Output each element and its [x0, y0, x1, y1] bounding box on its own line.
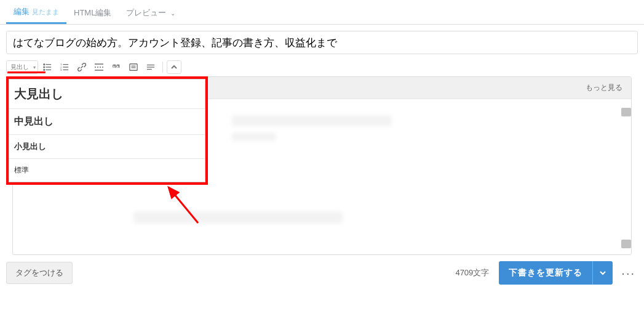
quote-icon[interactable]: [108, 60, 124, 74]
svg-text:3: 3: [60, 68, 62, 71]
save-more-button[interactable]: [592, 261, 613, 285]
svg-point-3: [44, 64, 45, 65]
svg-point-5: [44, 70, 45, 71]
hr-icon[interactable]: [143, 60, 159, 74]
tab-edit-sub: 見たまま: [32, 7, 59, 17]
blurred-text: [232, 132, 276, 141]
post-title-input[interactable]: [6, 31, 638, 54]
blurred-text: [232, 115, 392, 126]
link-icon[interactable]: [74, 60, 90, 74]
tab-preview[interactable]: プレビュー ⌄: [119, 1, 183, 23]
save-draft-button[interactable]: 下書きを更新する: [499, 261, 592, 285]
svg-line-21: [169, 187, 198, 223]
heading-select-label: 見出し: [10, 63, 29, 71]
char-count: 4709文字: [455, 267, 489, 278]
annotation-underline: [7, 71, 46, 73]
heading-option-h1[interactable]: 大見出し: [9, 79, 205, 109]
toolbar-separator: [162, 62, 163, 73]
tab-preview-label: プレビュー: [126, 7, 166, 18]
svg-point-4: [44, 67, 45, 68]
save-button-group: 下書きを更新する: [499, 261, 613, 285]
scrollbar-thumb[interactable]: [621, 240, 631, 248]
title-row: [0, 25, 644, 58]
svg-rect-15: [130, 64, 137, 71]
add-tag-button[interactable]: タグをつける: [6, 262, 73, 284]
tab-html[interactable]: HTML編集: [66, 1, 119, 23]
heading-dropdown: 大見出し 中見出し 小見出し 標準: [6, 76, 208, 185]
editor-tabs: 編集 見たまま HTML編集 プレビュー ⌄: [0, 0, 644, 25]
heading-option-h3[interactable]: 小見出し: [9, 135, 205, 159]
editor-footer: タグをつける 4709文字 下書きを更新する ···: [0, 255, 644, 291]
more-link[interactable]: もっと見る: [586, 83, 622, 93]
heading-option-normal[interactable]: 標準: [9, 159, 205, 182]
readmore-icon[interactable]: [91, 60, 107, 74]
more-options-icon[interactable]: ···: [619, 266, 638, 280]
tab-html-label: HTML編集: [74, 7, 111, 18]
annotation-arrow: [161, 180, 210, 229]
scrollbar-thumb[interactable]: [621, 108, 631, 116]
ol-icon[interactable]: 123: [57, 60, 73, 74]
codeblock-icon[interactable]: [125, 60, 141, 74]
heading-option-h2[interactable]: 中見出し: [9, 109, 205, 135]
collapse-toolbar-icon[interactable]: [167, 60, 181, 74]
chevron-down-icon: ⌄: [170, 10, 175, 17]
editor-toolbar: 見出し 123: [0, 58, 644, 76]
tab-edit[interactable]: 編集 見たまま: [6, 0, 66, 24]
tab-edit-label: 編集: [14, 6, 30, 17]
